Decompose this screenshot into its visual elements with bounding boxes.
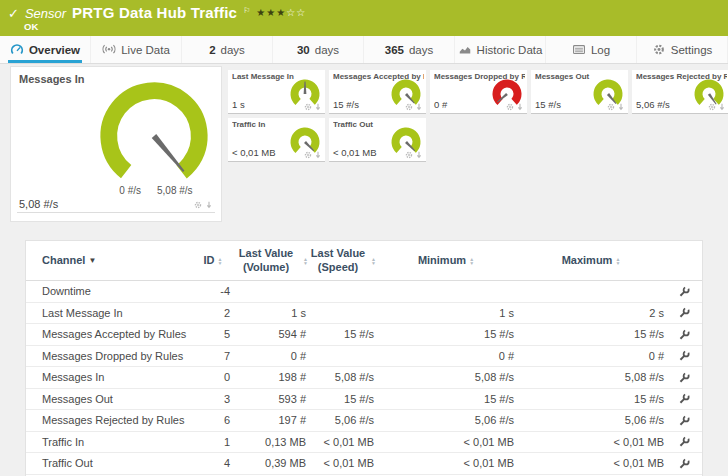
gauge-value: 15 #/s [535,99,561,110]
last-value-volume: 0,13 MB [232,436,308,448]
priority-stars[interactable]: ★★★☆☆ [256,7,306,18]
channel-name[interactable]: Traffic In [26,436,194,448]
gauge-value: 5,06 #/s [636,99,670,110]
gauge-panel-traffic-out: Traffic Out < 0,01 MB [329,118,426,162]
wrench-icon[interactable] [678,285,691,298]
tab-historic-data[interactable]: Historic Data [455,36,546,63]
maximum-value: 5,06 #/s [516,414,666,426]
header-maximum[interactable]: Maximum ▲▼ [516,254,666,267]
wrench-icon[interactable] [678,328,691,341]
gauge-panel-traffic-in: Traffic In < 0,01 MB [228,118,325,162]
table-row[interactable]: Downtime -4 [26,281,702,303]
sensor-kind-label: Sensor [25,6,66,21]
table-row[interactable]: Traffic Out 4 0,39 MB < 0,01 MB < 0,01 M… [26,453,702,475]
gauge-value: 15 #/s [333,99,359,110]
channel-name[interactable]: Messages Accepted by Rules [26,328,194,340]
channel-name[interactable]: Messages Out [26,393,194,405]
pin-icon[interactable] [617,103,625,111]
gear-icon[interactable] [304,103,312,111]
panel-divider [17,212,215,213]
pin-icon[interactable] [516,103,524,111]
gear-icon[interactable] [194,201,202,209]
wrench-icon[interactable] [678,306,691,319]
gear-icon[interactable] [304,151,312,159]
header-id[interactable]: ID ▲▼ [194,254,232,267]
tab-overview[interactable]: Overview [0,36,91,63]
tab-label: Settings [671,44,713,56]
wrench-icon[interactable] [678,435,691,448]
pin-icon[interactable] [415,103,423,111]
gear-icon[interactable] [405,103,413,111]
channel-id: 2 [194,307,232,319]
maximum-value: < 0,01 MB [516,457,666,469]
gear-icon[interactable] [708,103,716,111]
tab-log[interactable]: Log [546,36,637,63]
pin-icon[interactable] [314,151,322,159]
channel-id: 7 [194,350,232,362]
wrench-icon[interactable] [678,457,691,470]
channel-name[interactable]: Downtime [26,285,194,297]
tab-label: days [315,44,339,56]
minimum-value: 15 #/s [376,393,516,405]
table-row[interactable]: Messages In 0 198 # 5,08 #/s 5,08 #/s 5,… [26,367,702,389]
channel-name[interactable]: Messages Rejected by Rules [26,414,194,426]
last-value-speed: 15 #/s [308,393,376,405]
pin-icon[interactable] [415,151,423,159]
gear-icon[interactable] [506,103,514,111]
flag-icon: ⚐ [243,6,250,15]
last-value-volume: 593 # [232,393,308,405]
channel-id: 4 [194,457,232,469]
wrench-icon[interactable] [678,371,691,384]
wrench-icon[interactable] [678,392,691,405]
stars-filled[interactable]: ★★★ [256,7,286,18]
sort-icon: ▲▼ [469,257,474,265]
table-row[interactable]: Messages Rejected by Rules 6 197 # 5,06 … [26,410,702,432]
log-icon [572,43,586,57]
gauge-panel-messages-dropped-by-rules: Messages Dropped by Rules 0 # [430,70,527,114]
overview-gauges-section: Messages In 0 #/s 5,08 #/s 5,08 #/s Last… [0,64,728,236]
minimum-value: < 0,01 MB [376,436,516,448]
channel-table-body: Downtime -4 Last Message In 2 1 s 1 s 2 … [26,281,702,475]
minimum-value: 1 s [376,307,516,319]
tab-days[interactable]: 30 days [273,36,364,63]
pin-icon[interactable] [314,103,322,111]
chart-icon [458,43,472,57]
wrench-icon[interactable] [678,414,691,427]
header-minimum[interactable]: Minimum ▲▼ [376,254,516,267]
gauge-scale-max: 5,08 #/s [157,185,215,196]
gauge-icon [10,43,24,57]
minimum-value: 15 #/s [376,328,516,340]
last-value-volume: 594 # [232,328,308,340]
channel-name[interactable]: Messages Dropped by Rules [26,350,194,362]
table-row[interactable]: Last Message In 2 1 s 1 s 2 s [26,303,702,325]
pin-icon[interactable] [718,103,726,111]
gauge-scale-min: 0 #/s [77,185,141,196]
gear-icon[interactable] [607,103,615,111]
live-icon [102,43,116,57]
table-row[interactable]: Traffic In 1 0,13 MB < 0,01 MB < 0,01 MB… [26,432,702,454]
tab-days[interactable]: 365 days [364,36,455,63]
last-value-volume: 0 # [232,350,308,362]
channel-name[interactable]: Traffic Out [26,457,194,469]
stars-empty[interactable]: ☆☆ [286,7,306,18]
channel-name[interactable]: Last Message In [26,307,194,319]
sort-desc-icon: ▼ [88,256,96,266]
tab-live-data[interactable]: Live Data [91,36,182,63]
channel-name[interactable]: Messages In [26,371,194,383]
maximum-value: 15 #/s [516,328,666,340]
tab-settings[interactable]: Settings [637,36,728,63]
gear-icon[interactable] [405,151,413,159]
header-channel[interactable]: Channel ▼ [26,254,194,267]
wrench-icon[interactable] [678,349,691,362]
table-row[interactable]: Messages Accepted by Rules 5 594 # 15 #/… [26,324,702,346]
table-row[interactable]: Messages Out 3 593 # 15 #/s 15 #/s 15 #/… [26,389,702,411]
channel-table-header: Channel ▼ ID ▲▼ Last Value (Volume) ▲▼ L… [26,241,702,281]
header-last-value-speed[interactable]: Last Value (Speed) ▲▼ [308,247,376,273]
header-last-value-volume[interactable]: Last Value (Volume) ▲▼ [232,247,308,273]
tab-label: Log [591,44,610,56]
gauge-value: < 0,01 MB [232,147,276,158]
sort-icon: ▲▼ [218,257,223,265]
tab-days[interactable]: 2 days [182,36,273,63]
pin-icon[interactable] [205,201,213,209]
table-row[interactable]: Messages Dropped by Rules 7 0 # 0 # 0 # [26,346,702,368]
